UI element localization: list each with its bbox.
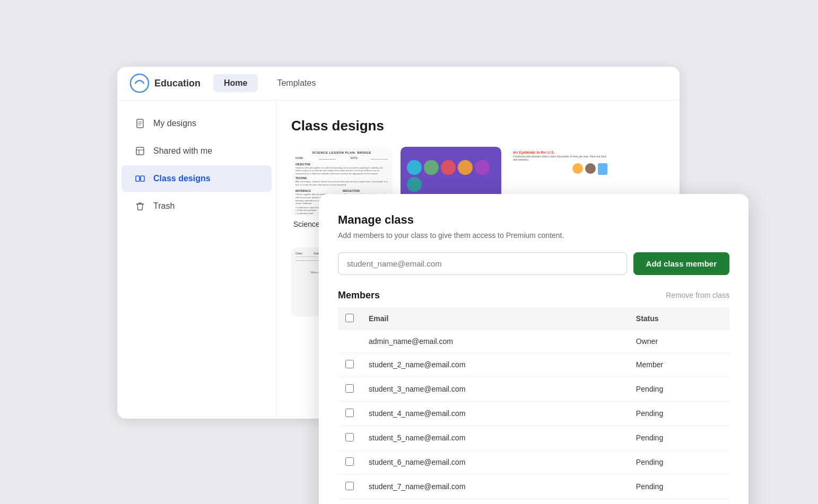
thumb-obj-text: Students will work together to build a f…: [295, 166, 388, 175]
svg-rect-3: [136, 176, 140, 181]
checkbox-cell-6: [338, 474, 361, 499]
nav-tab-home[interactable]: Home: [213, 74, 258, 92]
thumb-testing-text: After the bridges, students should choos…: [295, 180, 388, 186]
add-member-row: Add class member: [338, 252, 729, 275]
svg-point-0: [130, 74, 149, 92]
members-section-header: Members Remove from class: [338, 290, 729, 301]
checkbox-cell-3: [338, 401, 361, 426]
row-checkbox-2[interactable]: [345, 384, 354, 393]
row-checkbox-3[interactable]: [345, 409, 354, 417]
member-email-1: student_2_name@email.com: [361, 352, 629, 377]
sidebar-label-class-designs: Class designs: [153, 174, 211, 183]
circle5: [475, 160, 490, 175]
file-icon: [134, 118, 146, 129]
thumb-circles: [401, 154, 501, 198]
avatar1: [572, 163, 583, 174]
email-input[interactable]: [338, 252, 627, 275]
modal-subtitle: Add members to your class to give them a…: [338, 231, 729, 240]
nav-tab-templates[interactable]: Templates: [266, 74, 326, 92]
member-email-6: student_7_name@email.com: [361, 474, 629, 499]
thumb-section-mat: MATERIALS: [295, 189, 341, 192]
member-email-4: student_5_name@email.com: [361, 426, 629, 450]
checkbox-cell-5: [338, 450, 361, 474]
thumb-section-obj: OBJECTIVE: [295, 163, 388, 166]
row-checkbox-5[interactable]: [345, 457, 354, 466]
thumb-title: SCIENCE LESSON PLAN: BRIDGE: [295, 151, 388, 154]
app-title: Education: [154, 78, 201, 89]
member-status-6: Pending: [629, 474, 729, 499]
svg-rect-4: [141, 176, 144, 181]
manage-class-modal: Manage class Add members to your class t…: [319, 194, 749, 505]
table-row: student_8_name@email.comPending: [338, 499, 729, 504]
thumb-section-refl: REFLECTION: [343, 189, 388, 192]
sidebar-label-shared: Shared with me: [153, 146, 212, 156]
checkbox-cell-7: [338, 499, 361, 504]
circle3: [441, 160, 456, 175]
thumb-section-testing: TESTING: [295, 176, 388, 180]
member-status-7: Pending: [629, 499, 729, 504]
thumb-epidemic-title: An Epidemic in the U.S.: [513, 150, 607, 155]
circle1: [407, 160, 422, 175]
sidebar-label-trash: Trash: [153, 201, 175, 211]
top-nav: Education Home Templates: [117, 67, 680, 101]
table-row: student_2_name@email.comMember: [338, 352, 729, 377]
section-title: Class designs: [291, 118, 665, 134]
member-status-4: Pending: [629, 426, 729, 450]
checkbox-cell-4: [338, 426, 361, 450]
row-checkbox-6[interactable]: [345, 482, 354, 490]
circle6: [407, 177, 422, 192]
member-email-7: student_8_name@email.com: [361, 499, 629, 504]
thumb-fields: NAME: DATE:: [295, 156, 388, 160]
sidebar-item-class-designs[interactable]: Class designs: [121, 165, 272, 192]
header-email: Email: [361, 307, 629, 330]
thumb-avatars: [513, 163, 607, 175]
table-row: student_5_name@email.comPending: [338, 426, 729, 450]
member-email-5: student_6_name@email.com: [361, 450, 629, 474]
row-checkbox-1[interactable]: [345, 360, 354, 368]
member-status-2: Pending: [629, 377, 729, 401]
header-checkbox-cell: [338, 307, 361, 330]
member-status-3: Pending: [629, 401, 729, 426]
avatar2: [585, 163, 596, 174]
circle4: [458, 160, 473, 175]
checkbox-cell-0: [338, 330, 361, 353]
modal-title: Manage class: [338, 213, 729, 227]
member-email-2: student_3_name@email.com: [361, 377, 629, 401]
logo-area: Education: [130, 74, 201, 93]
thumb-epidemic-sub: Cardiovascular disease claims many thous…: [513, 155, 607, 161]
table-row: admin_name@email.comOwner: [338, 330, 729, 353]
member-status-5: Pending: [629, 450, 729, 474]
select-all-checkbox[interactable]: [345, 314, 354, 322]
sidebar-label-my-designs: My designs: [153, 119, 196, 128]
app-container: Education Home Templates My designs: [117, 67, 701, 438]
header-status: Status: [629, 307, 729, 330]
row-checkbox-4[interactable]: [345, 433, 354, 441]
member-status-0: Owner: [629, 330, 729, 353]
share-icon: [134, 145, 146, 157]
trash-icon: [134, 200, 146, 212]
table-row: student_4_name@email.comPending: [338, 401, 729, 426]
thumb-bottle: [598, 163, 607, 175]
education-logo-icon: [130, 74, 149, 93]
remove-from-class-button[interactable]: Remove from class: [666, 291, 729, 299]
sidebar: My designs Shared with me Class designs: [117, 101, 276, 419]
member-email-3: student_4_name@email.com: [361, 401, 629, 426]
sidebar-item-shared[interactable]: Shared with me: [121, 138, 272, 164]
table-row: student_3_name@email.comPending: [338, 377, 729, 401]
members-label: Members: [338, 290, 380, 301]
member-email-0: admin_name@email.com: [361, 330, 629, 353]
add-class-member-button[interactable]: Add class member: [633, 252, 729, 275]
checkbox-cell-1: [338, 352, 361, 377]
circle2: [424, 160, 439, 175]
table-row: student_7_name@email.comPending: [338, 474, 729, 499]
class-icon: [134, 173, 146, 184]
table-header-row: Email Status: [338, 307, 729, 330]
sidebar-item-my-designs[interactable]: My designs: [121, 110, 272, 137]
members-table: Email Status admin_name@email.comOwnerst…: [338, 307, 729, 505]
sidebar-item-trash[interactable]: Trash: [121, 193, 272, 219]
checkbox-cell-2: [338, 377, 361, 401]
table-row: student_6_name@email.comPending: [338, 450, 729, 474]
member-status-1: Member: [629, 352, 729, 377]
svg-rect-2: [136, 147, 144, 155]
